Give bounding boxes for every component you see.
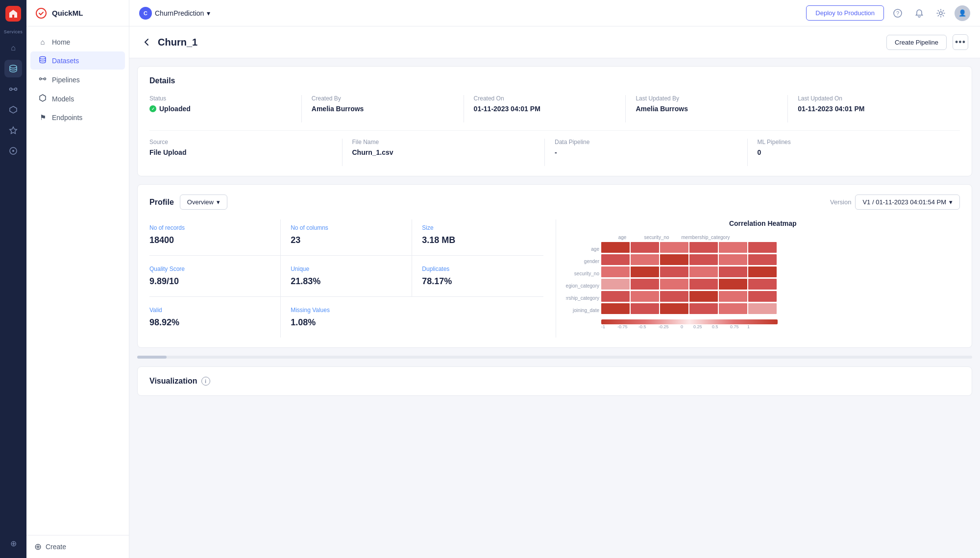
page-header: Churn_1 Create Pipeline ••• <box>129 26 980 58</box>
project-dropdown-icon: ▾ <box>207 9 210 17</box>
profile-title: Profile <box>149 198 174 207</box>
sidebar-item-pipelines-label: Pipelines <box>52 76 80 84</box>
page-header-left: Churn_1 <box>141 37 197 48</box>
endpoints-rail-icon[interactable] <box>4 142 22 160</box>
metric-duplicates-value: 78.17% <box>422 276 543 287</box>
detail-source-label: Source <box>149 139 332 146</box>
svg-rect-58 <box>689 303 718 314</box>
svg-text:-0.75: -0.75 <box>617 324 628 329</box>
rail-bottom: ⊕ <box>4 534 22 552</box>
detail-ml-pipelines-value: 0 <box>758 148 941 156</box>
settings-icon-btn[interactable] <box>933 5 949 21</box>
sidebar-nav: ⌂ Home Datasets Pipelines Models ⚑ Endpo… <box>26 26 129 535</box>
metric-missing-value: 1.08% <box>291 317 402 328</box>
sidebar-item-models[interactable]: Models <box>30 90 125 108</box>
visualization-title: Visualization <box>149 377 197 386</box>
details-grid-1: Status Uploaded Created By Amelia Burrow… <box>149 95 960 122</box>
sidebar-title: QuickML <box>52 9 83 17</box>
version-dropdown[interactable]: V1 / 01-11-2023 04:01:54 PM ▾ <box>855 194 960 210</box>
visualization-card: Visualization i <box>137 366 972 396</box>
metric-quality-value: 9.89/10 <box>149 276 270 287</box>
svg-text:?: ? <box>896 10 899 16</box>
metric-duplicates: Duplicates 78.17% <box>412 256 543 297</box>
starred-rail-icon[interactable] <box>4 121 22 139</box>
back-button[interactable] <box>141 37 152 48</box>
sidebar-item-home[interactable]: ⌂ Home <box>30 33 125 50</box>
metric-size-value: 3.18 MB <box>422 235 543 245</box>
metric-columns: No of columns 23 <box>281 219 412 256</box>
profile-overview-dropdown[interactable]: Overview ▾ <box>180 194 227 210</box>
svg-rect-45 <box>660 279 688 290</box>
svg-rect-48 <box>748 279 777 290</box>
create-icon: ⊕ <box>34 541 42 552</box>
detail-created-on: Created On 01-11-2023 04:01 PM <box>474 95 626 122</box>
quickml-logo-icon <box>34 6 48 20</box>
svg-rect-49 <box>601 291 630 302</box>
svg-rect-50 <box>631 291 659 302</box>
detail-filename-value: Churn_1.csv <box>352 148 535 156</box>
svg-rect-29 <box>719 242 747 253</box>
models-rail-icon[interactable] <box>4 101 22 119</box>
metric-records: No of records 18400 <box>149 219 281 256</box>
pipelines-rail-icon[interactable] <box>4 80 22 98</box>
status-value: Uploaded <box>159 105 191 113</box>
create-button[interactable]: ⊕ Create <box>34 541 121 552</box>
svg-rect-38 <box>631 267 659 277</box>
profile-left: Profile Overview ▾ <box>149 194 227 210</box>
detail-created-on-value: 01-11-2023 04:01 PM <box>474 105 616 113</box>
more-options-button[interactable]: ••• <box>953 34 968 50</box>
datasets-rail-icon[interactable] <box>4 60 22 77</box>
svg-rect-46 <box>689 279 718 290</box>
scrollbar-thumb[interactable] <box>137 356 167 359</box>
deploy-button[interactable]: Deploy to Production <box>806 5 884 21</box>
metric-missing-label: Missing Values <box>291 307 402 314</box>
detail-source: Source File Upload <box>149 139 343 166</box>
sidebar-header: QuickML <box>26 0 129 26</box>
create-pipeline-button[interactable]: Create Pipeline <box>886 35 947 50</box>
notifications-icon-btn[interactable] <box>911 5 927 21</box>
status-badge: Uploaded <box>149 105 292 113</box>
heatmap-svg: age security_no membership_category age … <box>566 232 782 330</box>
svg-rect-42 <box>748 267 777 277</box>
metric-duplicates-label: Duplicates <box>422 266 543 272</box>
svg-rect-59 <box>719 303 747 314</box>
svg-rect-39 <box>660 267 688 277</box>
svg-rect-51 <box>660 291 688 302</box>
svg-text:-1: -1 <box>601 324 605 329</box>
visualization-info-icon[interactable]: i <box>201 377 210 386</box>
svg-point-15 <box>939 12 942 15</box>
app-logo[interactable] <box>5 6 21 22</box>
sidebar-item-datasets-label: Datasets <box>52 57 79 65</box>
detail-source-value: File Upload <box>149 148 332 156</box>
visualization-header: Visualization i <box>149 377 960 386</box>
horizontal-scrollbar[interactable] <box>137 356 972 359</box>
svg-rect-33 <box>660 254 688 265</box>
detail-data-pipeline-label: Data Pipeline <box>555 139 737 146</box>
version-label: Version <box>830 198 851 206</box>
status-dot <box>149 105 156 112</box>
svg-rect-40 <box>689 267 718 277</box>
svg-point-10 <box>44 78 46 80</box>
detail-data-pipeline: Data Pipeline - <box>555 139 748 166</box>
metric-columns-value: 23 <box>291 235 402 245</box>
svg-rect-26 <box>631 242 659 253</box>
svg-point-8 <box>40 57 46 59</box>
pipelines-nav-icon <box>38 75 47 84</box>
sidebar-item-pipelines[interactable]: Pipelines <box>30 71 125 89</box>
profile-dropdown-chevron: ▾ <box>217 198 220 206</box>
sidebar-item-datasets[interactable]: Datasets <box>30 51 125 70</box>
svg-rect-60 <box>748 303 777 314</box>
home-rail-icon[interactable]: ⌂ <box>4 39 22 57</box>
svg-text:-0.25: -0.25 <box>659 324 669 329</box>
detail-last-updated-on-value: 01-11-2023 04:01 PM <box>798 105 940 113</box>
help-icon-btn[interactable]: ? <box>890 5 906 21</box>
svg-rect-61 <box>601 319 778 324</box>
page-title: Churn_1 <box>158 37 197 48</box>
add-rail-icon[interactable]: ⊕ <box>4 534 22 552</box>
metric-quality: Quality Score 9.89/10 <box>149 256 281 297</box>
sidebar-item-endpoints[interactable]: ⚑ Endpoints <box>30 109 125 126</box>
user-avatar[interactable]: 👤 <box>955 5 970 21</box>
svg-rect-41 <box>719 267 747 277</box>
project-selector[interactable]: C ChurnPrediction ▾ <box>139 7 210 20</box>
svg-rect-56 <box>631 303 659 314</box>
